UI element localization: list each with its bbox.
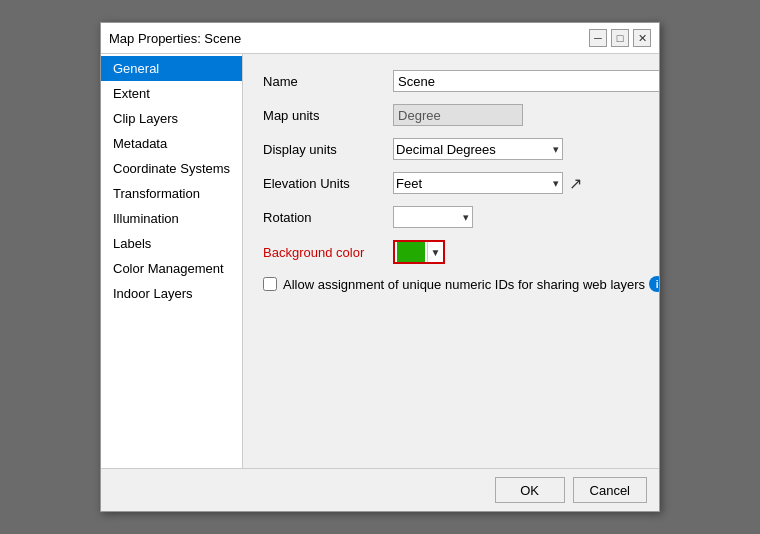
color-swatch: [397, 242, 425, 262]
unique-ids-checkbox-row: Allow assignment of unique numeric IDs f…: [263, 276, 659, 292]
sidebar-item-transformation[interactable]: Transformation: [101, 181, 242, 206]
cursor-arrow-icon: ↗: [569, 174, 582, 193]
sidebar-item-illumination[interactable]: Illumination: [101, 206, 242, 231]
sidebar-item-extent[interactable]: Extent: [101, 81, 242, 106]
unique-ids-label: Allow assignment of unique numeric IDs f…: [283, 277, 645, 292]
elevation-units-row: Elevation Units Feet Meters Kilometers M…: [263, 172, 659, 194]
background-color-button[interactable]: ▼: [393, 240, 445, 264]
sidebar-item-metadata[interactable]: Metadata: [101, 131, 242, 156]
elevation-units-select[interactable]: Feet Meters Kilometers Miles: [393, 172, 563, 194]
display-units-row: Display units Decimal Degrees Degrees Mi…: [263, 138, 659, 160]
elevation-units-select-wrapper: Feet Meters Kilometers Miles: [393, 172, 563, 194]
rotation-input-wrapper: [393, 206, 473, 228]
name-input[interactable]: [393, 70, 659, 92]
map-units-input: [393, 104, 523, 126]
name-row: Name: [263, 70, 659, 92]
unique-ids-checkbox[interactable]: [263, 277, 277, 291]
sidebar-item-coordinate-systems[interactable]: Coordinate Systems: [101, 156, 242, 181]
dialog-title: Map Properties: Scene: [109, 31, 241, 46]
map-properties-dialog: Map Properties: Scene ─ □ ✕ General Exte…: [100, 22, 660, 512]
title-bar: Map Properties: Scene ─ □ ✕: [101, 23, 659, 54]
main-content: Name Map units Display units Decimal Deg…: [243, 54, 659, 468]
title-bar-controls: ─ □ ✕: [589, 29, 651, 47]
dialog-footer: OK Cancel: [101, 468, 659, 511]
info-icon[interactable]: i: [649, 276, 659, 292]
sidebar-item-general[interactable]: General: [101, 56, 242, 81]
rotation-label: Rotation: [263, 210, 393, 225]
rotation-row: Rotation: [263, 206, 659, 228]
elevation-units-label: Elevation Units: [263, 176, 393, 191]
sidebar-item-clip-layers[interactable]: Clip Layers: [101, 106, 242, 131]
map-units-label: Map units: [263, 108, 393, 123]
sidebar-item-labels[interactable]: Labels: [101, 231, 242, 256]
sidebar: General Extent Clip Layers Metadata Coor…: [101, 54, 243, 468]
name-label: Name: [263, 74, 393, 89]
background-color-label: Background color: [263, 245, 393, 260]
display-units-select[interactable]: Decimal Degrees Degrees Minutes Seconds …: [393, 138, 563, 160]
sidebar-item-indoor-layers[interactable]: Indoor Layers: [101, 281, 242, 306]
close-button[interactable]: ✕: [633, 29, 651, 47]
map-units-row: Map units: [263, 104, 659, 126]
maximize-button[interactable]: □: [611, 29, 629, 47]
display-units-label: Display units: [263, 142, 393, 157]
rotation-input[interactable]: [393, 206, 473, 228]
ok-button[interactable]: OK: [495, 477, 565, 503]
display-units-select-wrapper: Decimal Degrees Degrees Minutes Seconds …: [393, 138, 563, 160]
color-dropdown-arrow-icon[interactable]: ▼: [427, 242, 443, 262]
minimize-button[interactable]: ─: [589, 29, 607, 47]
cancel-button[interactable]: Cancel: [573, 477, 647, 503]
dialog-body: General Extent Clip Layers Metadata Coor…: [101, 54, 659, 468]
background-color-row: Background color ▼: [263, 240, 659, 264]
sidebar-item-color-management[interactable]: Color Management: [101, 256, 242, 281]
